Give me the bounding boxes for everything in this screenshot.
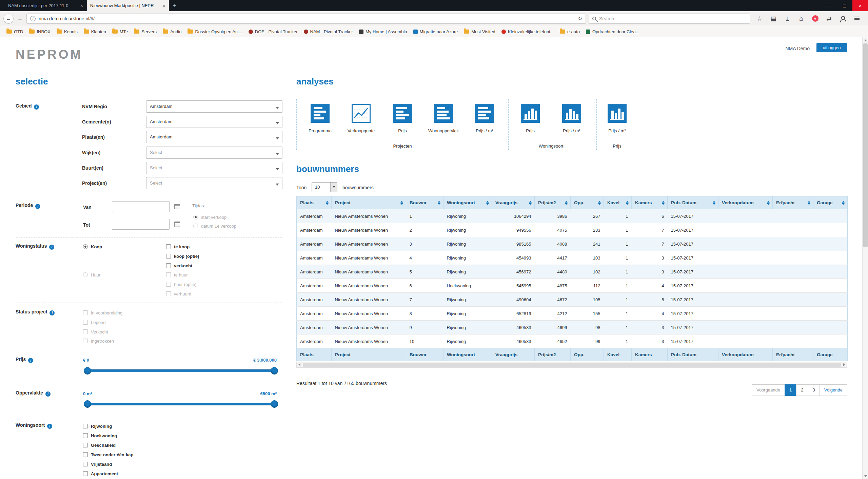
- minimize-button[interactable]: [821, 0, 837, 11]
- table-row[interactable]: Amsterdam Nieuw Amsterdams Wonen 6 Hoekw…: [297, 279, 848, 293]
- table-row[interactable]: Amsterdam Nieuw Amsterdams Wonen 10 Rijw…: [297, 334, 848, 348]
- sort-icon[interactable]: [598, 201, 601, 205]
- date-from-input[interactable]: [112, 201, 170, 212]
- checkbox-ingetrokken[interactable]: Ingetrokken: [83, 339, 114, 344]
- table-row[interactable]: Amsterdam Nieuw Amsterdams Wonen 8 Rijwo…: [297, 307, 848, 321]
- tile-prijs-m2-prijs[interactable]: [608, 104, 627, 123]
- url-text[interactable]: nma.demo.clearstone.nl/#/: [39, 16, 575, 21]
- column-header[interactable]: Kavel: [604, 196, 632, 209]
- pagination-page-1[interactable]: 1: [785, 384, 796, 396]
- info-icon[interactable]: [35, 204, 40, 209]
- column-header[interactable]: Prijs/m2: [535, 196, 571, 209]
- price-slider[interactable]: [85, 367, 277, 375]
- table-row[interactable]: Amsterdam Nieuw Amsterdams Wonen 4 Rijwo…: [297, 251, 848, 265]
- column-header[interactable]: Erfpacht: [773, 196, 813, 209]
- bookmark-item[interactable]: Dossier Opvolg en Act...: [185, 28, 244, 35]
- sort-icon[interactable]: [529, 201, 532, 205]
- tile-prijs-woningsoort[interactable]: [521, 104, 540, 123]
- area-slider[interactable]: [85, 400, 277, 408]
- table-row[interactable]: Amsterdam Nieuw Amsterdams Wonen 9 Rijwo…: [297, 321, 848, 334]
- library-icon[interactable]: [767, 13, 780, 24]
- radio-huur[interactable]: Huur: [83, 272, 100, 277]
- checkbox-twee-onder-een-kap[interactable]: Twee-onder-één-kap: [83, 452, 133, 457]
- table-row[interactable]: Amsterdam Nieuw Amsterdams Wonen 3 Rijwo…: [297, 237, 848, 251]
- sort-icon[interactable]: [626, 201, 629, 205]
- scrollbar-thumb[interactable]: [863, 43, 868, 247]
- radio-koop[interactable]: Koop: [83, 244, 102, 249]
- forward-button[interactable]: [16, 16, 24, 22]
- nvm-regio-select[interactable]: Amsterdam: [146, 100, 282, 113]
- buurt-select[interactable]: Select: [146, 162, 282, 174]
- table-row[interactable]: Amsterdam Nieuw Amsterdams Wonen 2 Rijwo…: [297, 223, 848, 237]
- checkbox-hoekwoning[interactable]: Hoekwoning: [83, 433, 117, 438]
- slider-handle-max[interactable]: [271, 400, 278, 408]
- slider-handle-max[interactable]: [271, 367, 278, 375]
- pagination-prev[interactable]: Voorgaande: [752, 384, 785, 396]
- slider-handle-min[interactable]: [84, 367, 91, 375]
- bookmark-item[interactable]: Opdrachten door Clea...: [584, 28, 642, 35]
- site-info-icon[interactable]: [30, 16, 36, 21]
- scroll-left-icon[interactable]: [297, 362, 302, 367]
- close-button[interactable]: [852, 0, 868, 11]
- checkbox-lopend[interactable]: Lopend: [83, 320, 105, 325]
- info-icon[interactable]: [50, 310, 55, 315]
- wijk-select[interactable]: Select: [146, 147, 282, 159]
- gemeente-select[interactable]: Amsterdam: [146, 116, 282, 128]
- sort-icon[interactable]: [713, 201, 715, 205]
- bookmark-item[interactable]: GTD: [4, 28, 25, 35]
- checkbox-verhuurd[interactable]: verhuurd: [166, 291, 191, 296]
- checkbox-vrijstaand[interactable]: Vrijstaand: [83, 462, 112, 467]
- column-header[interactable]: Pub. Datum: [668, 196, 718, 209]
- checkbox-koop-optie[interactable]: koop (optie): [166, 254, 199, 259]
- url-bar[interactable]: nma.demo.clearstone.nl/#/: [26, 14, 586, 24]
- bookmark-item[interactable]: MTe: [110, 28, 131, 35]
- new-tab-button[interactable]: [169, 0, 180, 11]
- table-row[interactable]: Amsterdam Nieuw Amsterdams Wonen 1 Rijwo…: [297, 209, 848, 223]
- info-icon[interactable]: [45, 391, 51, 397]
- radio-datum-1e-verkoop[interactable]: datum 1e verkoop: [193, 224, 236, 229]
- browser-tab-2[interactable]: Nieuwbouw Marktpositie | NEPR: [87, 0, 169, 11]
- info-icon[interactable]: [49, 245, 54, 250]
- maximize-button[interactable]: [837, 0, 852, 11]
- bookmark-item[interactable]: My Home | Assembla: [357, 28, 410, 35]
- sort-icon[interactable]: [808, 201, 810, 205]
- tile-prijs-m2-woningsoort[interactable]: [562, 104, 581, 123]
- scroll-down-icon[interactable]: [863, 473, 868, 479]
- bookmark-item[interactable]: Klanten: [81, 28, 108, 35]
- sort-icon[interactable]: [767, 201, 770, 205]
- column-header[interactable]: Bouwnr: [406, 196, 443, 209]
- checkbox-verkocht[interactable]: verkocht: [166, 263, 192, 268]
- date-to-input[interactable]: [112, 219, 170, 230]
- slider-handle-min[interactable]: [84, 400, 91, 408]
- tile-woonoppervlak[interactable]: [434, 104, 453, 123]
- column-header[interactable]: Woningsoort: [443, 196, 492, 209]
- info-icon[interactable]: [28, 358, 33, 363]
- search-box[interactable]: [589, 14, 750, 24]
- table-row[interactable]: Amsterdam Nieuw Amsterdams Wonen 7 Rijwo…: [297, 293, 848, 307]
- column-header[interactable]: Verkoopdatum: [718, 196, 773, 209]
- sort-icon[interactable]: [662, 201, 665, 205]
- column-header[interactable]: Garage: [813, 196, 848, 209]
- bookmark-item[interactable]: Servers: [132, 28, 159, 35]
- column-header[interactable]: Project: [332, 196, 406, 209]
- checkbox-te-huur[interactable]: te huur: [166, 272, 188, 277]
- bookmark-item[interactable]: Migratie naar Azure: [411, 28, 460, 35]
- checkbox-te-koop[interactable]: te koop: [166, 244, 190, 249]
- plaats-select[interactable]: Amsterdam: [146, 131, 282, 143]
- pocket-icon[interactable]: [809, 13, 821, 24]
- sort-icon[interactable]: [842, 201, 845, 205]
- pagination-page-2[interactable]: 2: [796, 384, 808, 396]
- column-header[interactable]: Vraagprijs: [492, 196, 535, 209]
- downloads-icon[interactable]: [781, 13, 793, 24]
- sync-icon[interactable]: [823, 13, 835, 24]
- checkbox-appartement[interactable]: Appartement: [83, 471, 118, 476]
- page-scrollbar[interactable]: [862, 37, 868, 479]
- bookmark-star-icon[interactable]: [753, 13, 766, 24]
- scroll-right-icon[interactable]: [842, 362, 847, 367]
- bookmark-item[interactable]: DOE - Pivotal Tracker: [246, 28, 300, 35]
- sort-icon[interactable]: [400, 201, 403, 205]
- checkbox-huur-optie[interactable]: huur (optie): [166, 282, 196, 287]
- radio-start-verkoop[interactable]: start verkoop: [193, 215, 226, 220]
- bookmark-item[interactable]: INBOX: [27, 28, 53, 35]
- sort-icon[interactable]: [565, 201, 568, 205]
